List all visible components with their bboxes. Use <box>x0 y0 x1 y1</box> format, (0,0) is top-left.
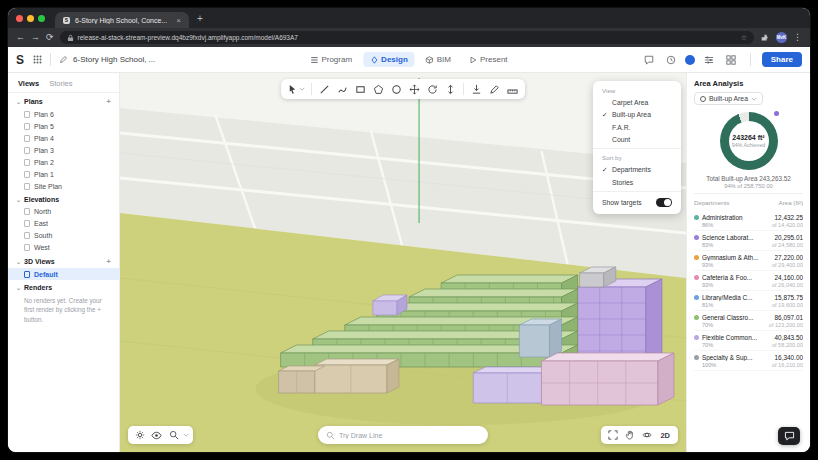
show-targets-toggle[interactable] <box>656 198 672 207</box>
browser-chrome: S 6-Story High School, Conce... × + ← → … <box>8 8 810 47</box>
fit-view-icon[interactable] <box>605 428 620 442</box>
sync-status-icon[interactable] <box>685 55 695 65</box>
rotate-tool[interactable] <box>424 81 441 97</box>
comments-icon[interactable] <box>644 55 654 65</box>
department-row-science[interactable]: Science Laborat...83% 20,295.01of 24,580… <box>694 231 803 251</box>
department-row-specialty[interactable]: Specialty & Sup...100% 16,340.00of 16,21… <box>694 351 803 371</box>
sidebar-item-siteplan[interactable]: Site Plan <box>8 180 119 192</box>
section-3d-views[interactable]: ⌄ 3D Views + <box>8 253 119 268</box>
department-row-administration[interactable]: Administration86% 12,432.25of 14,420.00 <box>694 211 803 231</box>
settings-sliders-icon[interactable] <box>704 55 714 65</box>
chevron-down-icon[interactable] <box>183 432 189 438</box>
menu-item-label: Carpet Area <box>612 99 648 106</box>
department-row-flexible-commons[interactable]: Flexible Common...70% 40,843.50of 58,200… <box>694 331 803 351</box>
add-plan-button[interactable]: + <box>106 97 111 106</box>
bookmark-star-icon[interactable]: ☆ <box>741 34 747 42</box>
chat-button[interactable] <box>778 427 800 445</box>
browser-menu-icon[interactable]: ⋮ <box>793 33 802 42</box>
select-tool[interactable] <box>285 81 307 97</box>
close-window-button[interactable] <box>16 15 23 22</box>
rectangle-tool[interactable] <box>352 81 369 97</box>
lock-icon <box>67 34 74 42</box>
sidebar-item-south[interactable]: South <box>8 229 119 241</box>
sidebar-item-plan3[interactable]: Plan 3 <box>8 144 119 156</box>
sidebar-item-east[interactable]: East <box>8 217 119 229</box>
menu-section-label: View <box>593 85 681 96</box>
menu-item-stories[interactable]: Stories <box>593 176 681 188</box>
app-logo[interactable]: S <box>16 53 24 67</box>
search-input[interactable] <box>339 432 480 439</box>
back-icon[interactable]: ← <box>16 33 25 42</box>
history-icon[interactable] <box>666 55 676 65</box>
url-field[interactable]: release-ai-stack-stream-preview.dq4bz9fx… <box>60 31 754 44</box>
tab-views[interactable]: Views <box>18 79 39 88</box>
measure-tool[interactable] <box>504 81 521 97</box>
sidebar-item-plan1[interactable]: Plan 1 <box>8 168 119 180</box>
menu-item-far[interactable]: F.A.R. <box>593 121 681 133</box>
divider <box>463 83 464 95</box>
department-row-gymnasium[interactable]: Gymnasium & Ath...93% 27,220.00of 29,400… <box>694 251 803 271</box>
add-3d-view-button[interactable]: + <box>106 257 111 266</box>
sidebar-item-plan4[interactable]: Plan 4 <box>8 132 119 144</box>
annotate-tool[interactable] <box>486 81 503 97</box>
tab-close-icon[interactable]: × <box>176 16 181 25</box>
zoom-tool-icon[interactable] <box>166 428 181 442</box>
sidebar-item-default-view[interactable]: Default <box>8 268 119 280</box>
item-label: Plan 4 <box>34 135 54 142</box>
forward-icon[interactable]: → <box>31 33 40 42</box>
spline-tool[interactable] <box>334 81 351 97</box>
sidebar-item-north[interactable]: North <box>8 205 119 217</box>
import-tool[interactable] <box>468 81 485 97</box>
push-pull-tool[interactable] <box>442 81 459 97</box>
toggle-2d-button[interactable]: 2D <box>656 431 674 440</box>
polygon-tool[interactable] <box>370 81 387 97</box>
browser-profile-avatar[interactable]: MvK <box>776 32 787 43</box>
tab-design[interactable]: Design <box>363 52 415 67</box>
sidebar-item-west[interactable]: West <box>8 241 119 253</box>
share-button[interactable]: Share <box>762 52 802 67</box>
edit-title-pencil-icon[interactable] <box>59 55 68 64</box>
circle-tool[interactable] <box>388 81 405 97</box>
3d-canvas[interactable]: View Carpet Area ✓Built-up Area F.A.R. C… <box>120 73 686 452</box>
metric-selector[interactable]: Built-up Area <box>694 92 763 105</box>
section-elevations[interactable]: ⌄ Elevations <box>8 192 119 205</box>
sidebar-item-plan6[interactable]: Plan 6 <box>8 108 119 120</box>
department-row-general-classrooms[interactable]: General Classro...70% 86,097.01of 123,20… <box>694 311 803 331</box>
search-icon <box>326 431 335 440</box>
department-row-library[interactable]: Library/Media C...81% 15,875.75of 19,600… <box>694 291 803 311</box>
tab-present[interactable]: Present <box>462 52 515 67</box>
apps-grid-icon[interactable] <box>33 55 42 64</box>
pan-hand-icon[interactable] <box>622 428 637 442</box>
section-plans[interactable]: ⌄ Plans + <box>8 93 119 108</box>
move-tool[interactable] <box>406 81 423 97</box>
menu-item-departments[interactable]: ✓Departments <box>593 163 681 176</box>
header-actions: Share <box>641 52 802 67</box>
menu-item-carpet-area[interactable]: Carpet Area <box>593 96 681 108</box>
window-controls[interactable] <box>16 8 45 28</box>
sidebar-item-plan2[interactable]: Plan 2 <box>8 156 119 168</box>
department-target: of 29,400.00 <box>772 262 803 268</box>
minimize-window-button[interactable] <box>27 15 34 22</box>
orbit-icon[interactable] <box>639 428 654 442</box>
tab-label: BIM <box>437 55 451 64</box>
reload-icon[interactable]: ⟳ <box>46 33 54 42</box>
tab-program[interactable]: Program <box>303 52 359 67</box>
tab-bim[interactable]: BIM <box>419 52 458 67</box>
menu-item-built-up-area[interactable]: ✓Built-up Area <box>593 108 681 121</box>
tab-stories[interactable]: Stories <box>49 79 72 88</box>
display-settings-gear-icon[interactable] <box>132 428 147 442</box>
project-title[interactable]: 6-Story High School, ... <box>73 55 155 64</box>
new-tab-button[interactable]: + <box>197 10 203 28</box>
extensions-puzzle-icon[interactable] <box>760 33 770 43</box>
sidebar-item-plan5[interactable]: Plan 5 <box>8 120 119 132</box>
line-tool[interactable] <box>316 81 333 97</box>
menu-item-count[interactable]: Count <box>593 133 681 145</box>
menu-item-label: F.A.R. <box>612 124 631 131</box>
maximize-window-button[interactable] <box>38 15 45 22</box>
department-color-dot <box>694 255 699 260</box>
section-renders[interactable]: ⌄ Renders <box>8 280 119 293</box>
department-row-cafeteria[interactable]: Cafeteria & Foo...93% 24,160.00of 26,040… <box>694 271 803 291</box>
browser-tab[interactable]: S 6-Story High School, Conce... × <box>55 12 189 28</box>
panels-grid-icon[interactable] <box>726 55 736 65</box>
visibility-eye-icon[interactable] <box>149 428 164 442</box>
